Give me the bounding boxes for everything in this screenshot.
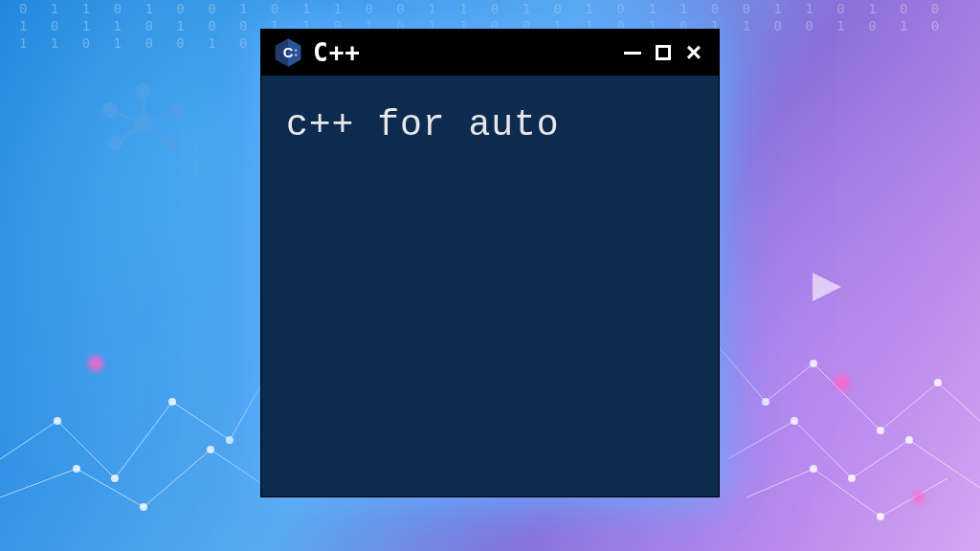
- window-title: C++: [313, 38, 610, 67]
- svg-point-13: [848, 474, 856, 482]
- svg-point-26: [107, 136, 122, 151]
- svg-point-12: [791, 417, 798, 425]
- svg-point-14: [905, 436, 913, 444]
- minimize-button[interactable]: [619, 39, 646, 66]
- svg-point-4: [73, 465, 80, 473]
- cpp-logo-icon: C + +: [273, 37, 303, 68]
- application-window: C + + C++ × c++ for auto: [260, 29, 720, 497]
- svg-point-16: [877, 513, 884, 520]
- content-text: c++ for auto: [286, 104, 560, 145]
- svg-text:C: C: [283, 45, 294, 60]
- maximize-icon: [656, 45, 671, 60]
- titlebar[interactable]: C + + C++ ×: [261, 30, 719, 76]
- svg-point-29: [169, 102, 185, 118]
- svg-point-27: [165, 136, 180, 151]
- svg-point-8: [762, 398, 769, 406]
- svg-point-28: [102, 102, 118, 118]
- svg-point-10: [877, 427, 884, 434]
- close-button[interactable]: ×: [680, 39, 707, 66]
- svg-point-1: [111, 474, 119, 482]
- svg-point-15: [810, 465, 817, 473]
- window-controls: ×: [619, 39, 707, 66]
- window-content: c++ for auto: [261, 76, 719, 174]
- svg-point-9: [810, 360, 817, 367]
- close-icon: ×: [686, 39, 702, 66]
- svg-point-3: [226, 436, 234, 444]
- svg-point-6: [207, 446, 214, 453]
- svg-text:+: +: [294, 52, 297, 57]
- svg-point-2: [168, 398, 176, 406]
- minimize-icon: [624, 52, 641, 55]
- maximize-button[interactable]: [650, 39, 677, 66]
- svg-point-24: [134, 115, 153, 134]
- svg-point-18: [913, 492, 924, 503]
- molecule-decoration: [96, 77, 191, 172]
- svg-point-0: [54, 417, 61, 425]
- svg-point-5: [140, 503, 147, 511]
- play-arrow-decoration: [808, 268, 846, 318]
- svg-point-25: [136, 83, 151, 99]
- svg-point-17: [835, 375, 850, 390]
- svg-point-7: [88, 356, 103, 371]
- svg-point-11: [934, 379, 942, 386]
- svg-marker-30: [813, 273, 841, 301]
